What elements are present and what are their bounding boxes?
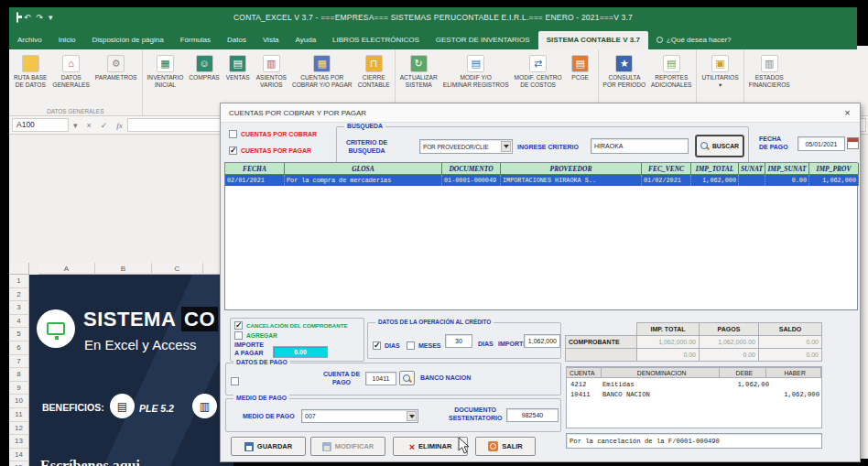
grid-cell[interactable]: 1,062,000 [809, 175, 859, 186]
checkbox-checked-icon[interactable] [234, 321, 243, 330]
ribbon-button[interactable]: ▤ PCGE [565, 53, 596, 91]
ribbon-tab[interactable]: Inicio [50, 31, 84, 49]
grid-column-header[interactable]: SUNAT [739, 163, 765, 175]
row-header[interactable]: 8 [9, 368, 29, 382]
row-header[interactable]: 3 [9, 301, 29, 315]
row-header[interactable]: 7 [9, 355, 29, 369]
row-header[interactable]: 11 [9, 408, 29, 422]
ribbon-tab[interactable]: GESTOR DE INVENTARIOS [428, 31, 538, 49]
ribbon-button[interactable]: ▤ VENTAS [222, 53, 254, 91]
row-header[interactable]: 14 [9, 449, 29, 462]
grid-column-header[interactable]: DOCUMENTO [442, 163, 501, 175]
eliminar-button[interactable]: × ELIMINAR [393, 437, 468, 456]
grid-cell[interactable]: 01-0001-000049 [442, 175, 501, 186]
importe-a-pagar-input[interactable]: 0.00 [273, 346, 328, 358]
ribbon-button[interactable]: ⚙ PARAMETROS [92, 53, 140, 91]
ribbon-button[interactable]: ▦ CUENTAS POR COBRAR Y/O PAGAR [289, 53, 355, 91]
grid-cell[interactable]: 01/02/2021 [642, 175, 691, 186]
checkbox-datos-pago[interactable] [231, 377, 239, 385]
row-header[interactable]: 5 [9, 328, 29, 341]
ribbon-tab[interactable]: Ayuda [288, 31, 325, 49]
ribbon-button[interactable]: ▣ UTILITARIOS ▾ [699, 53, 741, 91]
close-icon[interactable]: × [841, 106, 854, 120]
ribbon-button[interactable]: ▤ MODIF Y/O ELIMINAR REGISTROS [440, 53, 512, 91]
checkbox-checked-icon[interactable] [229, 146, 237, 155]
checkbox-icon[interactable] [229, 130, 237, 138]
ribbon-button[interactable]: ⊓ CIERRE CONTABLE [355, 53, 393, 91]
checkbox-cuentas-por-pagar[interactable]: CUENTAS POR PAGAR [229, 146, 311, 155]
ribbon-tab[interactable]: SISTEMA CONTABLE V 3.7 [538, 31, 648, 49]
row-header[interactable]: 6 [9, 341, 29, 355]
medio-pago-dropdown[interactable]: 007 [301, 409, 418, 423]
ribbon-tab[interactable]: Archivo [9, 31, 50, 49]
checkbox-dias[interactable]: DIAS [373, 341, 400, 350]
ribbon-tab[interactable]: Disposición de página [83, 31, 171, 49]
ribbon-button[interactable]: ▤ REPORTES ADICIONALES [648, 53, 694, 91]
buscar-button[interactable]: BUSCAR [696, 135, 743, 157]
cancel-icon[interactable]: × [87, 121, 92, 130]
grid-cell[interactable]: 0.00 [765, 175, 809, 186]
modificar-button[interactable]: MODIFICAR [310, 437, 385, 456]
column-header[interactable]: A [38, 263, 95, 275]
enter-icon[interactable]: ✓ [101, 121, 108, 130]
ribbon-button[interactable]: ▥ ASIENTOS VARIOS [254, 53, 289, 91]
chevron-down-icon[interactable] [501, 141, 511, 152]
row-header[interactable]: 10 [9, 395, 29, 408]
checkbox-icon[interactable] [234, 331, 243, 340]
grid-cell[interactable]: 1,062,000 [691, 175, 739, 186]
select-all-corner[interactable] [9, 263, 29, 275]
ribbon-tab[interactable]: Fórmulas [172, 31, 219, 49]
criterio-dropdown[interactable]: POR PROVEEDOR/CLIE [419, 139, 513, 154]
checkbox-checked-icon[interactable] [373, 341, 381, 350]
ribbon-tab[interactable]: Datos [219, 31, 255, 49]
ribbon-button[interactable]: ↻ ACTUALIZAR SISTEMA [397, 53, 440, 91]
checkbox-icon[interactable] [231, 377, 239, 385]
grid-cell[interactable]: IMPORTACIONES HIRAOKA S.. [501, 175, 642, 186]
cuenta-search-button[interactable] [399, 371, 415, 385]
ribbon-button[interactable]: ▦ INVENTARIO INICIAL [145, 53, 187, 91]
grid-column-header[interactable]: FECHA [225, 163, 285, 175]
ribbon-button[interactable]: ⇄ MODIF. CENTRO DE COSTOS [512, 53, 565, 91]
ribbon-button[interactable]: ▥ ESTADOS FINANCIEROS [746, 53, 793, 91]
grid-column-header[interactable]: IMP_SUNAT [765, 163, 809, 175]
checkbox-cancelacion[interactable]: CANCELACIÓN DEL COMPROBANTE [234, 321, 348, 330]
chevron-down-icon[interactable] [407, 411, 417, 421]
fecha-pago-input[interactable]: 05/01/2021 [797, 136, 845, 151]
checkbox-meses[interactable]: MESES [407, 341, 441, 350]
documento-input[interactable]: 982540 [506, 408, 559, 422]
fx-icon[interactable]: fx [116, 121, 123, 130]
calendar-icon[interactable] [847, 137, 859, 149]
guardar-button[interactable]: GUARDAR [231, 437, 306, 456]
ribbon-tab[interactable]: LIBROS ELECTRÓNICOS [324, 31, 428, 49]
salir-button[interactable]: SALIR [475, 437, 536, 456]
grid-column-header[interactable]: FEC_VENC [642, 163, 691, 175]
tell-me-tab[interactable]: ¿Qué desea hacer? [648, 31, 740, 49]
grid-cell[interactable]: 02/01/2021 [225, 175, 285, 186]
row-header[interactable]: 15 [9, 461, 29, 466]
row-header[interactable]: 1 [9, 275, 29, 288]
ribbon-button[interactable]: ☺ COMPRAS [186, 53, 222, 91]
glosa-input[interactable]: Por la cancelación de la F/0001-000490 [566, 433, 822, 449]
row-header[interactable]: 9 [9, 382, 29, 396]
grid-column-header[interactable]: PROVEEDOR [501, 163, 642, 175]
row-header[interactable]: 13 [9, 435, 29, 449]
grid-column-header[interactable]: GLOSA [285, 163, 442, 175]
importe-credito-input[interactable]: 1,062,000 [524, 334, 560, 348]
ribbon-button[interactable]: ★ CONSULTA POR PERIODO [601, 53, 649, 91]
ribbon-tab[interactable]: Vista [255, 31, 288, 49]
name-box-dropdown-icon[interactable]: ▾ [73, 121, 78, 130]
row-header[interactable]: 12 [9, 422, 29, 436]
dialog-titlebar[interactable]: CUENTAS POR COBRAR Y POR PAGAR × [221, 103, 860, 123]
column-header[interactable]: C [152, 263, 203, 275]
criterio-input[interactable]: HIRAOKA [591, 138, 689, 154]
plazo-input[interactable]: 30 [445, 334, 472, 348]
grid-cell[interactable] [739, 175, 765, 186]
row-header[interactable]: 4 [9, 315, 29, 329]
checkbox-cuentas-por-cobrar[interactable]: CUENTAS POR COBRAR [229, 130, 317, 138]
checkbox-agregar[interactable]: AGREGAR [234, 331, 277, 340]
column-header[interactable]: B [95, 263, 152, 275]
grid-column-header[interactable]: IMP_TOTAL [691, 163, 739, 175]
cuenta-pago-input[interactable]: 10411 [365, 372, 396, 385]
grid-column-header[interactable]: IMP_PROV [809, 163, 859, 175]
ribbon-button[interactable]: RUTA BASE DE DATOS [11, 53, 50, 91]
